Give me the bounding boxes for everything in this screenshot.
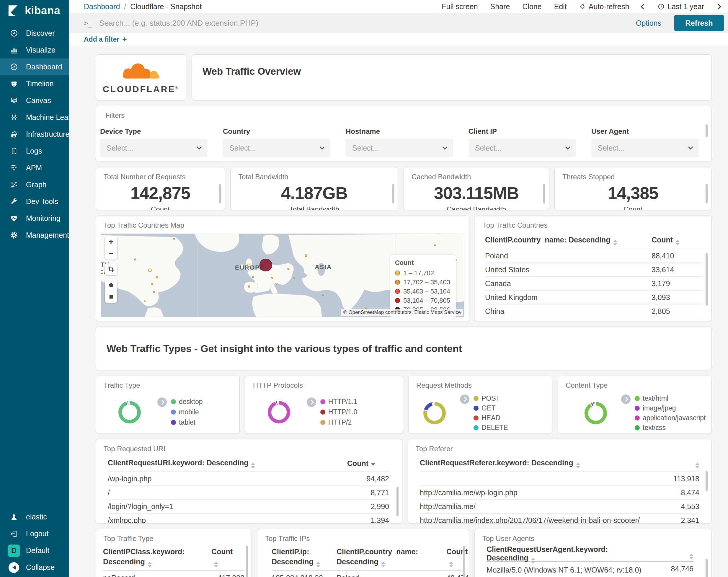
sidebar-item-infrastructure[interactable]: Infrastructure	[0, 126, 69, 143]
legend-item[interactable]: application/javascript	[635, 413, 706, 423]
sort-header-country[interactable]: ClientIP.country_name: Descending	[485, 236, 652, 245]
auto-refresh-button[interactable]: Auto-refresh	[579, 2, 629, 11]
legend-dot	[320, 399, 325, 404]
time-range-picker[interactable]: Last 1 year	[658, 2, 704, 11]
legend-item[interactable]: HEAD	[473, 413, 508, 423]
sort-header-uri[interactable]: ClientRequestURI.keyword: Descending	[108, 458, 347, 468]
sort-header-count[interactable]: Count	[652, 236, 702, 245]
sort-header-count[interactable]: Count	[347, 459, 389, 468]
sidebar-item-machine-learning[interactable]: Machine Learning	[0, 109, 69, 126]
user-agent-select[interactable]: Select...	[591, 139, 699, 157]
kibana-logo[interactable]: kibana	[0, 0, 69, 20]
legend-item[interactable]: DELETE	[473, 423, 508, 433]
sidebar-item-dev-tools[interactable]: Dev Tools	[0, 193, 69, 210]
scrollbar-thumb[interactable]	[706, 471, 708, 492]
sidebar-item-space-default[interactable]: D Default	[0, 542, 69, 559]
scrollbar-thumb[interactable]	[706, 124, 708, 137]
legend-item[interactable]: HTTP/1.1	[320, 397, 357, 407]
sort-header-referer[interactable]: ClientRequestReferer.keyword: Descending	[420, 458, 662, 468]
sidebar-item-logs[interactable]: Logs	[0, 143, 69, 159]
map-bubble-poland[interactable]	[260, 259, 272, 271]
device-type-select[interactable]: Select...	[100, 139, 208, 157]
scrollbar-thumb[interactable]	[706, 559, 708, 577]
sort-header-user-agent[interactable]: ClientRequestUserAgent.keyword: Descendi…	[487, 545, 649, 563]
breadcrumb-dashboard-link[interactable]: Dashboard	[84, 2, 120, 11]
legend-item[interactable]: GET	[473, 403, 508, 413]
map-draw-rectangle-button[interactable]	[105, 291, 117, 303]
sidebar-item-logout[interactable]: Logout	[0, 525, 69, 542]
sidebar-item-label: Discover	[26, 29, 55, 37]
map-zoom-in-button[interactable]: +	[105, 236, 117, 248]
panel-title: Top Traffic Type	[96, 529, 252, 543]
traffic-map-panel: Top Traffic Countries Map	[96, 216, 469, 321]
legend-expand-button[interactable]	[157, 398, 167, 407]
legend-item[interactable]: HTTP/1.0	[320, 407, 357, 417]
add-filter-plus-icon[interactable]: +	[122, 35, 127, 44]
scrollbar-thumb[interactable]	[246, 546, 248, 577]
legend-expand-button[interactable]	[307, 398, 316, 407]
map-fit-bounds-button[interactable]	[105, 264, 117, 275]
legend-item[interactable]: HTTP/2	[320, 417, 357, 428]
scrollbar-thumb[interactable]	[543, 184, 545, 203]
world-map[interactable]: NORTH AMERICA EUROPE ASIA	[101, 233, 464, 317]
scrollbar-thumb[interactable]	[396, 487, 398, 516]
table-row: /wp-login.php94,482	[108, 472, 389, 486]
sidebar-item-apm[interactable]: APM	[0, 159, 69, 176]
sort-header-count[interactable]	[649, 550, 694, 559]
map-zoom-out-button[interactable]: −	[105, 248, 117, 259]
legend-item[interactable]: text/css	[635, 423, 706, 433]
filter-field-user-agent: User Agent Select...	[591, 127, 699, 157]
donut-chart-http-protocols[interactable]	[268, 401, 290, 423]
legend-item[interactable]: desktop	[171, 397, 203, 407]
legend-item[interactable]: mobile	[171, 407, 203, 417]
sidebar-item-timelion[interactable]: Timelion	[0, 75, 69, 92]
refresh-button[interactable]: Refresh	[674, 15, 724, 31]
hostname-select[interactable]: Select...	[346, 139, 453, 157]
scrollbar-thumb[interactable]	[706, 253, 708, 306]
top-countries-panel: Top Traffic Countries ClientIP.country_n…	[475, 216, 711, 321]
sidebar-item-visualize[interactable]: Visualize	[0, 42, 69, 58]
sidebar-item-monitoring[interactable]: Monitoring	[0, 210, 69, 227]
scrollbar-thumb[interactable]	[463, 546, 465, 577]
legend-item[interactable]: tablet	[171, 417, 203, 428]
share-button[interactable]: Share	[490, 2, 510, 11]
donut-chart-request-methods[interactable]	[423, 402, 446, 424]
sidebar-item-discover[interactable]: Discover	[0, 25, 69, 42]
scrollbar-thumb[interactable]	[219, 184, 221, 203]
sidebar-item-canvas[interactable]: Canvas	[0, 92, 69, 109]
sort-header-ip[interactable]: ClientIP.ip:Descending	[271, 547, 337, 567]
donut-chart-traffic-type[interactable]	[119, 401, 141, 423]
clone-button[interactable]: Clone	[522, 2, 541, 11]
map-attribution[interactable]: © OpenStreetMap contributors, Elastic Ma…	[341, 309, 463, 316]
legend-item[interactable]: image/jpeg	[635, 403, 706, 413]
full-screen-button[interactable]: Full screen	[442, 2, 478, 11]
clock-icon	[658, 3, 665, 10]
search-input[interactable]	[99, 19, 630, 28]
scrollbar-thumb[interactable]	[706, 184, 708, 203]
sort-header-country[interactable]: ClientIP.country_name:Descending	[337, 547, 446, 567]
sidebar-item-collapse[interactable]: Collapse	[0, 559, 69, 576]
sidebar-item-user[interactable]: elastic	[0, 508, 69, 525]
map-draw-polygon-button[interactable]	[105, 279, 117, 291]
edit-button[interactable]: Edit	[554, 2, 567, 11]
time-back-button[interactable]	[642, 5, 645, 8]
time-forward-button[interactable]	[717, 5, 720, 8]
donut-chart-content-type[interactable]	[584, 402, 607, 424]
sidebar-item-graph[interactable]: Graph	[0, 176, 69, 193]
options-link[interactable]: Options	[636, 19, 661, 27]
country-select[interactable]: Select...	[223, 139, 330, 157]
sidebar-item-dashboard[interactable]: Dashboard	[0, 58, 69, 75]
scrollbar-thumb[interactable]	[392, 184, 394, 203]
sort-header-ip-class[interactable]: ClientIPClass.keyword:Descending	[103, 547, 211, 567]
cloudflare-brand-text: CLOUDFLARE®	[103, 84, 180, 94]
sidebar-item-label: Collapse	[26, 563, 55, 572]
legend-item[interactable]: text/html	[635, 394, 706, 403]
sidebar-item-management[interactable]: Management	[0, 227, 69, 244]
client-ip-select[interactable]: Select...	[468, 139, 576, 157]
legend-item[interactable]: POST	[473, 394, 508, 403]
add-filter-link[interactable]: Add a filter	[84, 35, 119, 43]
sort-header-count[interactable]	[662, 458, 699, 468]
legend-expand-button[interactable]	[460, 395, 469, 404]
legend-expand-button[interactable]	[621, 395, 630, 404]
sort-header-count[interactable]: Count	[211, 547, 244, 567]
